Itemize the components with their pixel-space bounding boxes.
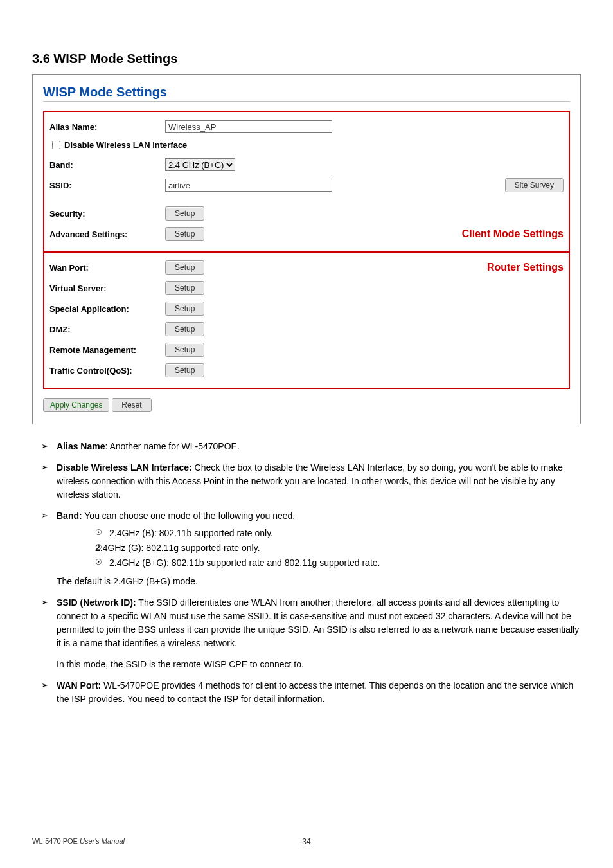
note-ssid: SSID (Network ID): The SSID differentiat… bbox=[39, 596, 581, 671]
band-select[interactable]: 2.4 GHz (B+G) bbox=[165, 158, 235, 171]
special-label: Special Application: bbox=[49, 304, 165, 314]
band-default-note: The default is 2.4GHz (B+G) mode. bbox=[57, 575, 581, 588]
wan-label: Wan Port: bbox=[49, 263, 165, 273]
router-settings-annotation: Router Settings bbox=[487, 262, 564, 273]
footer-left: WL-5470 POE User's Manual bbox=[32, 837, 125, 845]
apply-changes-button[interactable]: Apply Changes bbox=[43, 398, 109, 412]
virtual-setup-button[interactable]: Setup bbox=[165, 281, 204, 295]
note-disable: Disable Wireless LAN Interface: Check th… bbox=[39, 461, 581, 502]
dmz-label: DMZ: bbox=[49, 325, 165, 334]
alias-name-input[interactable] bbox=[165, 120, 332, 133]
notes-list: Alias Name: Another name for WL-5470POE.… bbox=[32, 440, 581, 706]
alias-name-label: Alias Name: bbox=[49, 122, 165, 132]
settings-panel: WISP Mode Settings Alias Name: Disable W… bbox=[32, 74, 581, 424]
remote-setup-button[interactable]: Setup bbox=[165, 343, 204, 357]
disable-wlan-checkbox[interactable] bbox=[52, 141, 60, 149]
note-band: Band: You can choose one mode of the fol… bbox=[39, 509, 581, 588]
note-alias: Alias Name: Another name for WL-5470POE. bbox=[39, 440, 581, 453]
client-mode-box: Alias Name: Disable Wireless LAN Interfa… bbox=[43, 111, 570, 253]
disable-wlan-label: Disable Wireless LAN Interface bbox=[64, 140, 187, 150]
ssid-label: SSID: bbox=[49, 181, 165, 190]
virtual-label: Virtual Server: bbox=[49, 284, 165, 293]
band-label: Band: bbox=[49, 160, 165, 170]
remote-label: Remote Management: bbox=[49, 345, 165, 355]
site-survey-button[interactable]: Site Survey bbox=[505, 178, 564, 192]
security-setup-button[interactable]: Setup bbox=[165, 206, 204, 221]
dmz-setup-button[interactable]: Setup bbox=[165, 322, 204, 336]
ssid-input[interactable] bbox=[165, 179, 332, 192]
section-heading: 3.6 WISP Mode Settings bbox=[32, 51, 581, 66]
qos-label: Traffic Control(QoS): bbox=[49, 366, 165, 375]
page-number: 34 bbox=[302, 837, 310, 846]
page-footer: WL-5470 POE User's Manual 34 bbox=[32, 837, 581, 845]
router-settings-box: Wan Port: Setup Router Settings Virtual … bbox=[43, 251, 570, 389]
band-opt-g: 2.4GHz (G): 802.11g supported rate only. bbox=[95, 541, 581, 555]
security-label: Security: bbox=[49, 209, 165, 219]
note-wan: WAN Port: WL-5470POE provides 4 methods … bbox=[39, 679, 581, 706]
band-opt-b: 2.4GHz (B): 802.11b supported rate only. bbox=[95, 527, 581, 540]
advanced-setup-button[interactable]: Setup bbox=[165, 227, 204, 241]
advanced-label: Advanced Settings: bbox=[49, 230, 165, 239]
qos-setup-button[interactable]: Setup bbox=[165, 363, 204, 377]
panel-title: WISP Mode Settings bbox=[43, 85, 570, 100]
wan-setup-button[interactable]: Setup bbox=[165, 260, 204, 275]
special-setup-button[interactable]: Setup bbox=[165, 302, 204, 316]
ssid-mode-note: In this mode, the SSID is the remote WIS… bbox=[57, 658, 581, 671]
reset-button[interactable]: Reset bbox=[112, 398, 151, 412]
client-mode-annotation: Client Mode Settings bbox=[462, 228, 564, 240]
band-options: 2.4GHz (B): 802.11b supported rate only.… bbox=[57, 527, 581, 570]
title-divider bbox=[43, 101, 570, 102]
band-opt-bg: 2.4GHz (B+G): 802.11b supported rate and… bbox=[95, 556, 581, 570]
